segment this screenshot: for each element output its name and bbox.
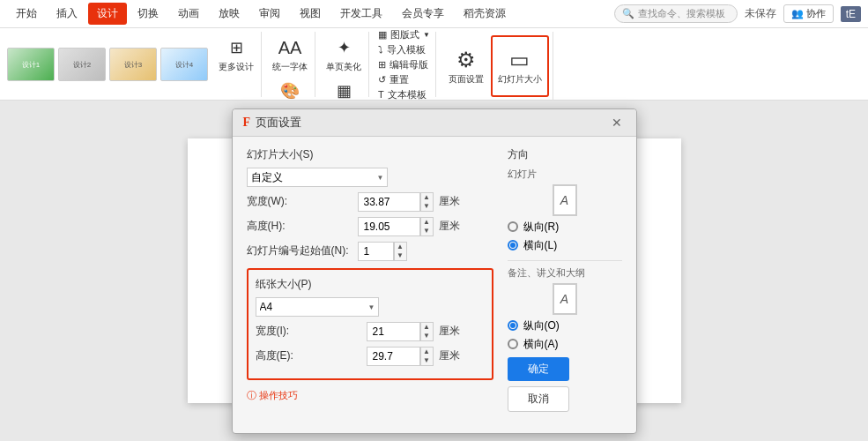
unsaved-label: 未保存 [745,6,776,21]
dialog-title-label: 页面设置 [256,115,301,131]
portrait-radio-row[interactable]: 纵向(R) [508,220,622,235]
design-thumb-1[interactable]: 设计1 [7,48,55,81]
confirm-button[interactable]: 确定 [508,357,569,381]
rename-button[interactable]: ↺ 重置 [378,73,430,86]
cancel-button[interactable]: 取消 [508,386,569,412]
page-style-label: 图版式 [390,28,419,41]
page-settings-label: 页面设置 [449,73,484,86]
paper-width-input-group: ▲ ▼ [367,322,434,341]
text-tmpl-icon: T [378,89,384,100]
notes-portrait-label: 纵向(O) [523,318,560,333]
menu-insert[interactable]: 插入 [48,3,86,25]
more-design-label: 更多设计 [219,61,254,73]
width-spinner: ▲ ▼ [419,192,434,212]
paper-dropdown-row: A4 [256,297,485,317]
start-number-increment-button[interactable]: ▲ [394,243,406,251]
search-icon: 🔍 [622,8,634,19]
notes-section: 备注、讲义和大纲 A 纵向(O) 横向(A) [508,260,622,352]
import-template-button[interactable]: ⤵ 导入模板 [378,43,430,56]
menu-start[interactable]: 开始 [7,3,46,25]
page-style-icon: ▦ [378,29,387,41]
start-number-input[interactable] [358,242,393,261]
edit-master-button[interactable]: ⊞ 编辑母版 [378,58,430,71]
width-increment-button[interactable]: ▲ [420,193,433,202]
landscape-radio[interactable] [508,240,518,250]
paper-height-label: 高度(E): [256,348,361,363]
collab-button[interactable]: 👥 协作 [783,4,834,23]
paper-width-spinner: ▲ ▼ [419,322,434,341]
paper-width-increment-button[interactable]: ▲ [420,323,433,332]
notes-portrait-radio-row[interactable]: 纵向(O) [508,318,622,333]
edit-icon: ⊞ [378,59,386,71]
search-placeholder: 查找命令、搜索模板 [638,7,725,20]
paper-height-increment-button[interactable]: ▲ [420,348,433,356]
menu-view[interactable]: 视图 [291,3,330,25]
notes-landscape-radio[interactable] [508,339,518,349]
menu-slideshow[interactable]: 放映 [210,3,249,25]
menu-vip[interactable]: 会员专享 [393,3,453,25]
size-dropdown-row: 自定义 [247,168,493,187]
paper-section-label: 纸张大小(P) [256,277,485,292]
design-thumb-3[interactable]: 设计3 [109,48,157,81]
height-decrement-button[interactable]: ▼ [420,227,433,235]
slide-size-icon: ▭ [509,48,530,72]
notes-landscape-radio-row[interactable]: 横向(A) [508,337,622,352]
menu-shell-resources[interactable]: 稻壳资源 [455,3,515,25]
dialog-title: F 页面设置 [243,115,302,131]
paper-height-input[interactable] [367,347,419,366]
text-template-button[interactable]: T 文本模板 [378,88,430,101]
edit-label: 编辑母版 [389,58,428,71]
bg-icon: ▦ [331,78,356,103]
notes-portrait-radio[interactable] [508,320,518,331]
landscape-radio-row[interactable]: 横向(L) [508,238,622,253]
slide-size-button[interactable]: ▭ 幻灯片大小 [491,35,549,97]
page-style-button[interactable]: ▦ 图版式 ▼ [378,28,430,41]
notes-landscape-label: 横向(A) [523,337,559,352]
more-design-group: ⊞ 更多设计 [211,32,262,97]
dialog-right-panel: 方向 幻灯片 A 纵向(R) [508,147,622,422]
portrait-radio[interactable] [508,221,518,232]
height-input[interactable] [358,217,419,236]
color-icon: 🎨 [278,78,302,103]
text-tmpl-label: 文本模板 [388,88,427,101]
search-box[interactable]: 🔍 查找命令、搜索模板 [614,4,738,23]
beautify-label: 单页美化 [326,61,361,73]
slide-direction-subsection: 幻灯片 A 纵向(R) 横向(L) [508,168,622,253]
design-thumb-4[interactable]: 设计4 [160,48,208,81]
import-label: 导入模板 [387,43,426,56]
page-settings-button[interactable]: ⚙ 页面设置 [443,35,489,97]
start-number-input-group: ▲ ▼ [358,242,407,261]
master-group: ▦ 图版式 ▼ ⤵ 导入模板 ⊞ 编辑母版 ↺ 重置 T 文本模板 [373,32,436,97]
page-settings-dialog: F 页面设置 ✕ 幻灯片大小(S) 自定义 [232,108,637,434]
font-button[interactable]: AA 统一字体 [269,34,311,75]
width-input[interactable] [358,192,419,212]
menu-review[interactable]: 审阅 [250,3,289,25]
ribbon-toolbar: 设计1 设计2 设计3 设计4 ⊞ 更多设计 AA 统一字体 [0,28,868,101]
slide-icon-row: A [508,184,622,216]
menu-design[interactable]: 设计 [88,3,127,25]
user-badge[interactable]: tE [841,6,861,22]
dialog-close-button[interactable]: ✕ [608,116,626,130]
main-area: F 页面设置 ✕ 幻灯片大小(S) 自定义 [0,101,868,441]
size-dropdown[interactable]: 自定义 [247,168,388,187]
width-decrement-button[interactable]: ▼ [420,202,433,211]
height-input-group: ▲ ▼ [358,217,434,236]
menu-transition[interactable]: 切换 [129,3,167,25]
paper-width-decrement-button[interactable]: ▼ [420,332,433,340]
height-increment-button[interactable]: ▲ [420,218,433,227]
start-number-decrement-button[interactable]: ▼ [394,251,406,260]
menu-animation[interactable]: 动画 [169,3,208,25]
paper-dropdown[interactable]: A4 [256,297,379,317]
menu-devtools[interactable]: 开发工具 [331,3,391,25]
design-thumbnails-group: 设计1 设计2 设计3 设计4 [7,32,208,97]
paper-height-input-group: ▲ ▼ [367,347,434,366]
more-design-button[interactable]: ⊞ 更多设计 [215,34,257,75]
direction-label: 方向 [508,147,622,162]
paper-height-decrement-button[interactable]: ▼ [420,356,433,365]
font-label: 统一字体 [272,61,308,73]
notes-portrait-icon: A [553,283,577,315]
tips-link[interactable]: ⓘ 操作技巧 [247,389,493,402]
beautify-button[interactable]: ✦ 单页美化 [323,34,365,75]
paper-width-input[interactable] [367,322,419,341]
design-thumb-2[interactable]: 设计2 [58,48,106,81]
